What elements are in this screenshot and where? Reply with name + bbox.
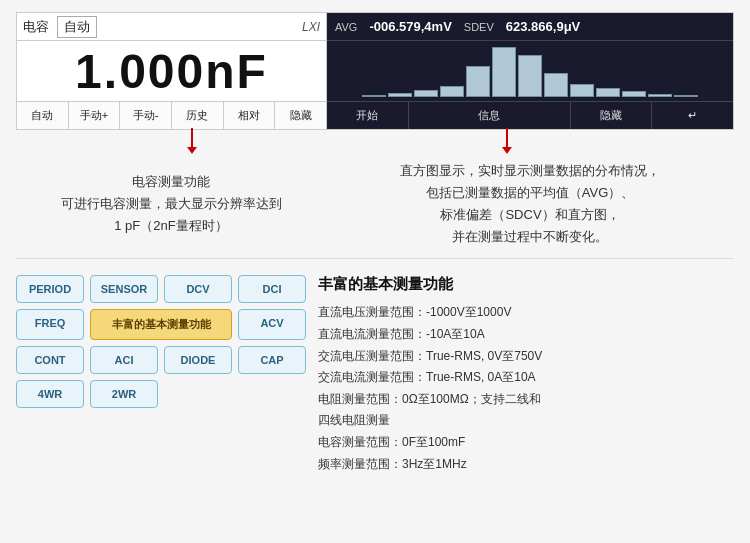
btn-relative[interactable]: 相对 [224, 102, 276, 129]
feature-item: 电阻测量范围：0Ω至100MΩ；支持二线和 [318, 389, 722, 411]
btn-manual-plus[interactable]: 手动+ [69, 102, 121, 129]
btn-start[interactable]: 开始 [327, 102, 409, 129]
feature-item: 交流电压测量范围：True-RMS, 0V至750V [318, 346, 722, 368]
desc-right-content: 直方图显示，实时显示测量数据的分布情况， 包括已测量数据的平均值（AVG）、 标… [400, 160, 660, 248]
feature-item: 直流电压测量范围：-1000V至1000V [318, 302, 722, 324]
btn-history[interactable]: 历史 [172, 102, 224, 129]
features-title: 丰富的基本测量功能 [318, 275, 722, 294]
histogram [327, 41, 733, 101]
histogram-bar [362, 95, 386, 97]
function-panel: PERIOD SENSOR DCV DCI FREQ 丰富的基本测量功能 ACV… [16, 267, 306, 483]
avg-value: -006.579,4mV [369, 19, 451, 34]
histogram-bar [544, 73, 568, 97]
btn-sensor[interactable]: SENSOR [90, 275, 158, 303]
btn-highlight[interactable]: 丰富的基本测量功能 [90, 309, 232, 340]
btn-return[interactable]: ↵ [652, 102, 733, 129]
feature-item: 频率测量范围：3Hz至1MHz [318, 454, 722, 476]
histogram-bar [570, 84, 594, 97]
histogram-bar [466, 66, 490, 97]
sdev-label: SDEV [464, 21, 494, 33]
right-arrow [506, 128, 508, 148]
features-list: 直流电压测量范围：-1000V至1000V直流电流测量范围：-10A至10A交流… [318, 302, 722, 475]
left-arrow [191, 128, 193, 148]
features-panel: 丰富的基本测量功能 直流电压测量范围：-1000V至1000V直流电流测量范围：… [306, 267, 734, 483]
feature-item: 交流电流测量范围：True-RMS, 0A至10A [318, 367, 722, 389]
histogram-bar [518, 55, 542, 97]
meter-title: 电容 [23, 18, 49, 36]
btn-auto[interactable]: 自动 [17, 102, 69, 129]
btn-manual-minus[interactable]: 手动- [120, 102, 172, 129]
btn-acv[interactable]: ACV [238, 309, 306, 340]
feature-item: 电容测量范围：0F至100mF [318, 432, 722, 454]
description-section: 电容测量功能 可进行电容测量，最大显示分辨率达到 1 pF（2nF量程时） 直方… [16, 130, 734, 258]
histogram-bar [388, 93, 412, 97]
btn-diode[interactable]: DIODE [164, 346, 232, 374]
btn-cont[interactable]: CONT [16, 346, 84, 374]
histogram-bar [648, 94, 672, 97]
feature-item: 直流电流测量范围：-10A至10A [318, 324, 722, 346]
btn-2wr[interactable]: 2WR [90, 380, 158, 408]
meter-stats-bar: AVG -006.579,4mV SDEV 623.866,9μV [327, 13, 733, 41]
meter-right-buttons: 开始 信息 隐藏 ↵ [327, 101, 733, 129]
meter-left-top: 电容 自动 LXI [17, 13, 326, 41]
top-meter-section: 电容 自动 LXI 1.000nF 自动 手动+ 手动- 历史 相对 隐藏 AV… [16, 12, 734, 130]
desc-left-content: 电容测量功能 可进行电容测量，最大显示分辨率达到 1 pF（2nF量程时） [61, 171, 282, 237]
desc-left: 电容测量功能 可进行电容测量，最大显示分辨率达到 1 pF（2nF量程时） [16, 144, 326, 248]
meter-left-buttons: 自动 手动+ 手动- 历史 相对 隐藏 [17, 101, 326, 129]
meter-right-panel: AVG -006.579,4mV SDEV 623.866,9μV 开始 信息 … [327, 13, 733, 129]
btn-info[interactable]: 信息 [409, 102, 571, 129]
sdev-value: 623.866,9μV [506, 19, 580, 34]
meter-display: 1.000nF [17, 41, 326, 101]
histogram-bar [622, 91, 646, 97]
histogram-bar [414, 90, 438, 97]
histogram-bar [492, 47, 516, 97]
desc-right: 直方图显示，实时显示测量数据的分布情况， 包括已测量数据的平均值（AVG）、 标… [326, 144, 734, 248]
btn-aci[interactable]: ACI [90, 346, 158, 374]
btn-dcv[interactable]: DCV [164, 275, 232, 303]
btn-period[interactable]: PERIOD [16, 275, 84, 303]
meter-value: 1.000nF [75, 44, 268, 99]
meter-left-panel: 电容 自动 LXI 1.000nF 自动 手动+ 手动- 历史 相对 隐藏 [17, 13, 327, 129]
histogram-bar [674, 95, 698, 97]
avg-label: AVG [335, 21, 357, 33]
btn-4wr[interactable]: 4WR [16, 380, 84, 408]
bottom-section: PERIOD SENSOR DCV DCI FREQ 丰富的基本测量功能 ACV… [16, 258, 734, 483]
histogram-bar [440, 86, 464, 97]
histogram-bar [596, 88, 620, 97]
meter-mode: 自动 [57, 16, 97, 38]
btn-cap[interactable]: CAP [238, 346, 306, 374]
feature-item: 四线电阻测量 [318, 410, 722, 432]
btn-dci[interactable]: DCI [238, 275, 306, 303]
btn-freq[interactable]: FREQ [16, 309, 84, 340]
meter-lxi: LXI [302, 20, 320, 34]
btn-hide-right[interactable]: 隐藏 [571, 102, 653, 129]
btn-hide[interactable]: 隐藏 [275, 102, 326, 129]
